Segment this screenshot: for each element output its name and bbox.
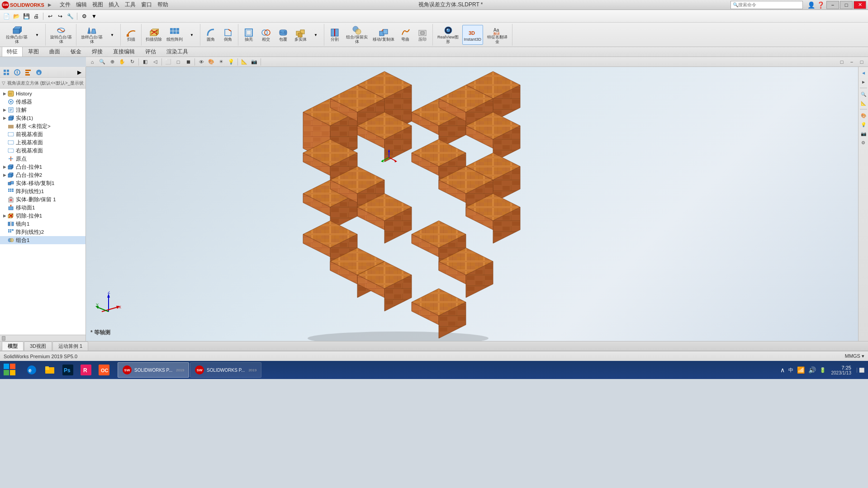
realview-btn[interactable]: RealView图形 [435,25,461,45]
view-normal-btn[interactable]: □ [837,58,846,66]
view-appearance-btn[interactable]: 🎨 [207,58,216,66]
options-btn[interactable]: ⚙ [80,12,89,21]
menu-tools[interactable]: 工具 [122,0,138,9]
undo-btn[interactable]: ↩ [46,12,55,21]
menu-window[interactable]: 窗口 [138,0,155,9]
new-btn[interactable]: 📄 [2,12,11,21]
extrude-boss-btn[interactable]: 拉伸凸台/基体 [4,25,30,45]
start-button[interactable] [0,361,20,379]
tree-item-material[interactable]: ▶ 材质 <未指定> [0,122,85,130]
tab-surface[interactable]: 曲面 [44,47,65,57]
tray-clock[interactable]: 7:25 2023/1/13 [831,365,852,375]
print-btn[interactable]: 🖨 [32,12,41,21]
taskbar-sw2[interactable]: SW SOLIDWORKS P... 2019 [190,362,261,378]
tree-item-delete1[interactable]: ▶ 实体-删除/保留 1 [0,195,85,204]
taskbar-oc-icon[interactable]: OC [96,362,112,378]
tab-sketch[interactable]: 草图 [23,47,44,57]
view-display-btn[interactable]: ⬜ [164,58,173,66]
shell-dropdown[interactable]: ▼ [309,25,322,45]
open-btn[interactable]: 📂 [12,12,21,21]
extrude-cut-btn[interactable]: 扫描切除 [144,25,164,45]
rt-measure[interactable]: 📐 [859,99,868,107]
save-btn[interactable]: 💾 [22,12,31,21]
tab-3dview[interactable]: 3D视图 [24,341,52,351]
tab-model[interactable]: 模型 [2,341,24,351]
revolve-boss-btn[interactable]: 旋转凸台/基体 [48,25,74,45]
combine-btn[interactable]: 组合/保留实体 [344,25,370,45]
menu-help[interactable]: 帮助 [155,0,171,9]
rebuild-btn[interactable]: 🔧 [66,12,75,21]
rt-task1[interactable]: ◀ [859,69,868,77]
tree-item-move-copy1[interactable]: ▶ 实体-移动/复制1 [0,179,85,187]
status-right[interactable]: MMGS ▾ [845,353,864,359]
help-icon[interactable]: ❓ [817,1,825,9]
menu-view[interactable]: 视图 [90,0,106,9]
move-copy-btn[interactable]: 移动/复制体 [371,25,396,45]
tree-item-notes[interactable]: ▶ 注解 [0,106,85,114]
tree-item-top-plane[interactable]: ▶ 上视基准面 [0,138,85,147]
user-icon[interactable]: 👤 [807,1,815,9]
tray-lang[interactable]: 中 [788,367,793,374]
view-fit-btn[interactable]: 🔍 [98,58,107,66]
search-input[interactable] [738,2,797,7]
view-scene-btn[interactable]: ☀ [217,58,226,66]
view-section-btn[interactable]: ◧ [141,58,150,66]
tree-item-right-plane[interactable]: ▶ 右视基准面 [0,147,85,155]
tray-show-desktop[interactable]: ⬜ [857,368,864,373]
rt-task2[interactable]: ▶ [859,78,868,86]
tree-item-mirror1[interactable]: ▶ 镜向1 [0,220,85,228]
redo-btn[interactable]: ↪ [56,12,65,21]
feature-name-btn[interactable]: Aa翻译 特征名翻译金 [484,25,510,45]
tab-evaluate[interactable]: 评估 [140,47,161,57]
rt-paint[interactable]: 🎨 [859,111,868,119]
rt-camera[interactable]: 📷 [859,129,868,137]
taskbar-explorer-icon[interactable] [42,362,58,378]
view-prev-btn[interactable]: ◁ [151,58,160,66]
restore-button[interactable]: □ [840,1,853,9]
tree-item-history[interactable]: ▶ H History [0,90,85,98]
view-zoom-btn[interactable]: ⊕ [108,58,117,66]
view-home-btn[interactable]: ⌂ [88,58,97,66]
tree-item-pattern2[interactable]: ▶ 阵列(线性)2 [0,228,85,236]
flex-btn[interactable]: 弯曲 [397,25,413,45]
split-btn[interactable]: 分割 [327,25,343,45]
tray-volume[interactable]: 🔊 [808,366,816,374]
view-hide-show-btn[interactable]: 👁 [197,58,206,66]
view-min-btn[interactable]: − [847,58,856,66]
expand-panel-btn[interactable]: ▶ [75,68,84,77]
taskbar-sw1[interactable]: SW SOLIDWORKS P... 2019 [118,362,189,378]
menu-file[interactable]: 文件 [57,0,73,9]
rt-light[interactable]: 💡 [859,120,868,128]
view-3d-btn[interactable]: 📐 [240,58,249,66]
options-dropdown[interactable]: ▼ [90,12,99,21]
tab-direct-edit[interactable]: 直接编辑 [108,47,140,57]
tab-motion[interactable]: 运动算例 1 [52,341,88,351]
tray-up-arrow[interactable]: ∧ [780,366,785,374]
taskbar-misc-icon[interactable]: R [78,362,94,378]
tree-item-movef1[interactable]: ▶ 移动面1 [0,204,85,212]
view-rotate-btn[interactable]: ↻ [128,58,137,66]
left-panel-scrollbar[interactable] [0,335,86,341]
chamfer-btn[interactable]: 倒角 [220,25,236,45]
intersect-btn[interactable]: 相交 [258,25,274,45]
linear-pattern-btn[interactable]: 线性阵列 [165,25,185,45]
tree-item-cut1[interactable]: ▶ 切除-拉伸1 [0,212,85,220]
rt-settings[interactable]: ⚙ [859,138,868,147]
tab-weldments[interactable]: 焊接 [87,47,108,57]
taskbar-edge-icon[interactable]: e [24,362,40,378]
dim-expert-icon[interactable]: X [34,68,43,77]
tree-item-front-plane[interactable]: ▶ 前视基准面 [0,130,85,138]
tab-feature[interactable]: 特征 [2,47,23,57]
tree-item-origin[interactable]: ▶ 原点 [0,155,85,163]
tree-item-pattern1[interactable]: ▶ 阵列(线性)1 [0,187,85,195]
shell-btn[interactable]: 抽壳 [241,25,257,45]
multibody-btn[interactable]: 多实体 [292,25,308,45]
viewport[interactable]: X Y Z * 等轴测 [86,67,868,341]
cut-dropdown[interactable]: ▼ [185,25,198,45]
tree-item-extrude1[interactable]: ▶ 凸台-拉伸1 [0,163,85,171]
property-manager-icon[interactable] [13,68,22,77]
view-wire-btn[interactable]: □ [174,58,183,66]
view-shaded-btn[interactable]: ◼ [184,58,193,66]
search-box[interactable]: 🔍 [730,1,803,9]
menu-edit[interactable]: 编辑 [73,0,90,9]
